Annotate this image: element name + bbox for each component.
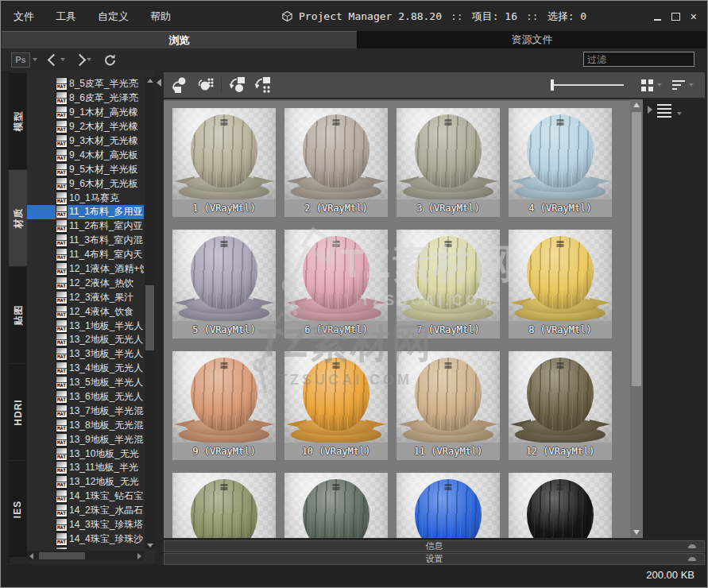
material-thumbnail[interactable]: 4 (VRayMtl) — [509, 108, 612, 217]
tree-item[interactable]: MAT12_1液体_酒精+饮 — [27, 262, 144, 277]
sidebar-tab-材质[interactable]: 材质 — [9, 170, 27, 267]
menu-tools[interactable]: 工具 — [56, 10, 76, 24]
menu-customize[interactable]: 自定义 — [98, 10, 129, 24]
menu-file[interactable]: 文件 — [14, 10, 34, 24]
tree-hscrollbar-thumb[interactable] — [39, 552, 85, 559]
tree-item[interactable]: MAT12_4液体_饮食 — [27, 304, 144, 319]
scroll-up-icon[interactable] — [147, 79, 153, 83]
thumbnail-size-slider[interactable] — [551, 79, 624, 91]
tree-item[interactable]: MAT13_11地板_半光 — [27, 461, 144, 475]
tree-item[interactable]: MAT13_10地板_无光 — [27, 447, 144, 461]
scroll-down-icon[interactable] — [147, 544, 153, 547]
tree-item[interactable]: MAT8_6皮革_光泽亮 — [27, 91, 144, 106]
panel-menu-icon[interactable] — [657, 104, 671, 106]
material-thumbnail[interactable]: 11 (VRayMtl) — [397, 351, 500, 460]
panel-menu-dropdown-icon[interactable] — [677, 112, 682, 115]
scroll-left-icon[interactable] — [29, 553, 33, 559]
sidebar-tab-贴图[interactable]: 贴图 — [9, 267, 27, 364]
material-thumbnail[interactable]: 6 (VRayMtl) — [284, 230, 388, 338]
material-thumbnail[interactable]: 10 (VRayMtl) — [284, 351, 388, 460]
tree-item[interactable]: MAT14_2珠宝_水晶石 — [27, 504, 144, 518]
slider-track[interactable] — [551, 84, 624, 86]
tree-item[interactable]: MAT11_4布料_室内天 — [27, 248, 144, 262]
sidebar-tab-模型[interactable]: 模型 — [9, 73, 27, 170]
forward-icon[interactable] — [74, 53, 87, 66]
tree-item[interactable]: MAT9_1木材_高光橡 — [27, 106, 144, 120]
tree-item[interactable]: MAT14_1珠宝_钻石宝 — [27, 489, 144, 504]
info-rollout[interactable]: 信息 — [164, 540, 705, 552]
refresh-icon[interactable] — [103, 53, 117, 67]
sort-dropdown-icon[interactable] — [689, 83, 694, 87]
material-thumbnail[interactable]: 12 (VRayMtl) — [509, 351, 612, 460]
tree-item[interactable]: MAT13_5地板_半光人 — [27, 376, 144, 390]
tree-item[interactable]: MAT9_3木材_无光橡 — [27, 134, 144, 149]
photoshop-dropdown-icon[interactable] — [33, 58, 37, 61]
scroll-down-icon[interactable] — [633, 530, 640, 535]
tree-item[interactable]: MAT13_9地板_半光混 — [27, 432, 144, 447]
sidebar-tab-HDRI[interactable]: HDRI — [9, 364, 27, 461]
tree-item[interactable]: MAT12_3液体_果汁 — [27, 290, 144, 304]
maximize-button[interactable] — [671, 13, 680, 21]
material-thumbnail[interactable]: 9 (VRayMtl) — [172, 351, 276, 460]
tree-vertical-scrollbar[interactable] — [145, 77, 155, 549]
expand-right-panel-icon[interactable] — [648, 106, 652, 114]
material-thumbnail[interactable]: 7 (VRayMtl) — [397, 230, 500, 338]
tree-item[interactable]: MAT — [27, 546, 144, 549]
material-thumbnail[interactable]: 5 (VRayMtl) — [172, 230, 276, 338]
tree-item[interactable]: MAT10_1马赛克 — [27, 191, 144, 205]
scroll-up-icon[interactable] — [633, 103, 640, 107]
back-icon[interactable] — [48, 53, 60, 66]
tree-item[interactable]: MAT12_2液体_热饮 — [27, 276, 144, 290]
grid-scrollbar-thumb[interactable] — [632, 112, 641, 386]
collapse-left-panel-icon[interactable] — [157, 79, 161, 87]
tree-item[interactable]: MAT13_8地板_无光混 — [27, 418, 144, 432]
slider-thumb[interactable] — [551, 79, 554, 91]
tree-item[interactable]: MAT11_2布料_室内亚 — [27, 219, 144, 234]
tree-item[interactable]: MAT14_3珠宝_珍珠塔 — [27, 518, 144, 532]
back-history-dropdown-icon[interactable] — [60, 58, 65, 61]
get-material-icon[interactable] — [228, 76, 247, 94]
grid-view-icon[interactable] — [641, 79, 646, 84]
material-thumbnail[interactable] — [509, 473, 612, 538]
settings-rollout[interactable]: 设置 — [164, 553, 705, 565]
grid-vertical-scrollbar[interactable] — [630, 99, 643, 538]
tree-item[interactable]: MAT13_2地板_无光人 — [27, 333, 144, 347]
photoshop-button[interactable]: Ps — [11, 52, 30, 68]
tree-item[interactable]: MAT9_5木材_半光板 — [27, 162, 144, 176]
tree-item[interactable]: MAT13_3地板_半光人 — [27, 347, 144, 362]
filter-input[interactable] — [583, 52, 694, 67]
assign-material-to-selection-icon[interactable] — [195, 76, 215, 94]
collapse-arrow-icon[interactable] — [688, 557, 696, 561]
material-thumbnail[interactable]: 8 (VRayMtl) — [509, 230, 612, 338]
material-thumbnail[interactable] — [397, 473, 500, 538]
tree-horizontal-scrollbar[interactable] — [27, 551, 144, 561]
scroll-right-icon[interactable] — [137, 553, 141, 559]
material-thumbnail[interactable]: 1 (VRayMtl) — [172, 108, 276, 217]
assign-material-icon[interactable] — [170, 76, 189, 94]
forward-history-dropdown-icon[interactable] — [87, 58, 91, 61]
panel-splitter[interactable] — [155, 71, 164, 563]
tree-item[interactable]: MAT9_4木材_高光板 — [27, 148, 144, 162]
menu-help[interactable]: 帮助 — [150, 10, 171, 24]
collapse-arrow-icon[interactable] — [688, 544, 696, 548]
material-thumbnail[interactable]: 2 (VRayMtl) — [284, 108, 388, 217]
tree-item[interactable]: MAT8_5皮革_半光亮 — [27, 77, 144, 91]
tree-item[interactable]: MAT9_6木材_无光板 — [27, 176, 144, 191]
get-all-materials-icon[interactable] — [253, 76, 273, 94]
tab-browse[interactable]: 浏览 — [2, 31, 357, 48]
close-button[interactable]: × — [691, 11, 697, 22]
tree-item[interactable]: MAT13_4地板_无光人 — [27, 362, 144, 376]
tree-item[interactable]: MAT14_4珠宝_珍珠沙 — [27, 532, 144, 547]
material-thumbnail[interactable] — [172, 473, 276, 538]
view-mode-dropdown-icon[interactable] — [657, 83, 662, 87]
tree-item[interactable]: MAT9_2木材_半光橡 — [27, 120, 144, 134]
tree-item[interactable]: MAT11_3布料_室内混 — [27, 234, 144, 248]
tree-item[interactable]: MAT13_7地板_半光混 — [27, 404, 144, 418]
tree-item[interactable]: MAT11_1布料_多用亚 — [27, 205, 144, 219]
sidebar-tab-IES[interactable]: IES — [9, 461, 27, 558]
tree-item[interactable]: MAT13_12地板_无光 — [27, 475, 144, 489]
minimize-button[interactable] — [654, 19, 661, 21]
tree-item[interactable]: MAT13_1地板_半光人 — [27, 319, 144, 333]
sort-icon[interactable] — [672, 79, 687, 91]
tree-scrollbar-thumb[interactable] — [145, 285, 154, 350]
